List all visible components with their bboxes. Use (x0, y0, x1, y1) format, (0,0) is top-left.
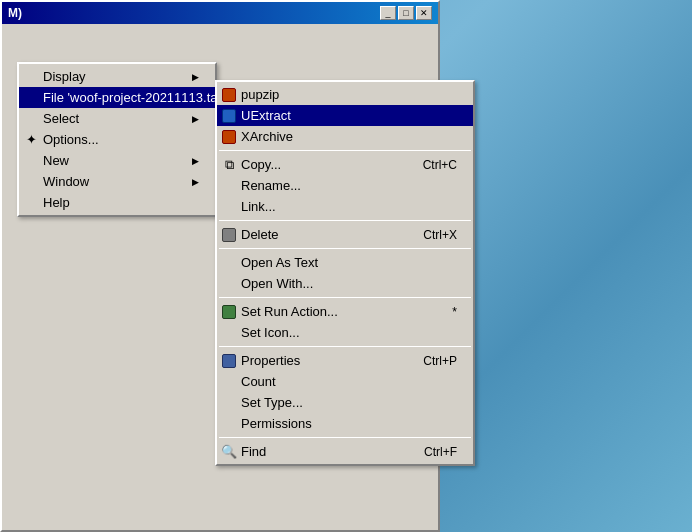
uextract-icon (221, 108, 237, 124)
menu-item-uextract[interactable]: UExtract (217, 105, 473, 126)
menu-item-file[interactable]: File 'woof-project-20211113.tar.gz' (19, 87, 215, 108)
menu-item-rename[interactable]: Rename... (217, 175, 473, 196)
menu-item-copy[interactable]: ⧉ Copy... Ctrl+C (217, 154, 473, 175)
xarchive-icon (221, 129, 237, 145)
pupzip-icon (221, 87, 237, 103)
close-button[interactable]: ✕ (416, 6, 432, 20)
delete-icon (221, 227, 237, 243)
separator-3 (219, 248, 471, 249)
minimize-button[interactable]: _ (380, 6, 396, 20)
menu-item-set-type[interactable]: Set Type... (217, 392, 473, 413)
separator-1 (219, 150, 471, 151)
menu-item-window[interactable]: Window (19, 171, 215, 192)
menu-item-new[interactable]: New (19, 150, 215, 171)
menu-item-count[interactable]: Count (217, 371, 473, 392)
setrun-shortcut: * (436, 305, 457, 319)
menu-item-delete[interactable]: Delete Ctrl+X (217, 224, 473, 245)
delete-shortcut: Ctrl+X (407, 228, 457, 242)
menu-item-pupzip[interactable]: pupzip (217, 84, 473, 105)
menu-item-open-with[interactable]: Open With... (217, 273, 473, 294)
copy-icon: ⧉ (221, 157, 237, 173)
find-icon: 🔍 (221, 444, 237, 460)
menu-item-open-as-text[interactable]: Open As Text (217, 252, 473, 273)
menu-item-display[interactable]: Display (19, 66, 215, 87)
titlebar-buttons: _ □ ✕ (380, 6, 432, 20)
main-context-menu: Display File 'woof-project-20211113.tar.… (17, 62, 217, 217)
separator-4 (219, 297, 471, 298)
menu-item-options[interactable]: ✦ Options... (19, 129, 215, 150)
find-shortcut: Ctrl+F (408, 445, 457, 459)
menu-item-set-run-action[interactable]: Set Run Action... * (217, 301, 473, 322)
menu-item-help[interactable]: Help (19, 192, 215, 213)
properties-shortcut: Ctrl+P (407, 354, 457, 368)
separator-5 (219, 346, 471, 347)
maximize-button[interactable]: □ (398, 6, 414, 20)
properties-icon (221, 353, 237, 369)
menu-item-find[interactable]: 🔍 Find Ctrl+F (217, 441, 473, 462)
window-title: M) (8, 6, 22, 20)
wrench-icon: ✦ (23, 132, 39, 148)
file-submenu: pupzip UExtract XArchive ⧉ Copy... Ctrl+… (215, 80, 475, 466)
separator-6 (219, 437, 471, 438)
titlebar: M) _ □ ✕ (2, 2, 438, 24)
menu-item-properties[interactable]: Properties Ctrl+P (217, 350, 473, 371)
menu-item-permissions[interactable]: Permissions (217, 413, 473, 434)
setrun-icon (221, 304, 237, 320)
menu-item-xarchive[interactable]: XArchive (217, 126, 473, 147)
separator-2 (219, 220, 471, 221)
menu-item-select[interactable]: Select (19, 108, 215, 129)
copy-shortcut: Ctrl+C (407, 158, 457, 172)
menu-item-link[interactable]: Link... (217, 196, 473, 217)
menu-item-set-icon[interactable]: Set Icon... (217, 322, 473, 343)
